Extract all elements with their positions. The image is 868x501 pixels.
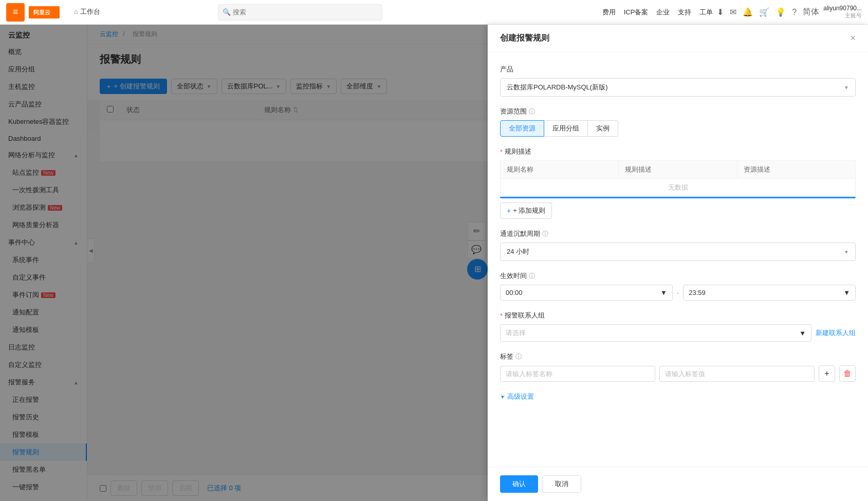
logo[interactable]: 阿里云 xyxy=(29,6,60,18)
contact-group-placeholder: 请选择 xyxy=(506,328,526,338)
tag-plus-icon: + xyxy=(824,369,829,378)
add-rule-button[interactable]: + + 添加规则 xyxy=(500,202,552,219)
resource-scope-tabs: 全部资源 应用分组 实例 xyxy=(500,120,856,137)
rule-table-header-name: 规则名称 xyxy=(501,161,619,179)
svg-text:阿里云: 阿里云 xyxy=(33,9,50,15)
tags-row: + 🗑 xyxy=(500,365,856,382)
confirm-button[interactable]: 确认 xyxy=(500,475,538,493)
form-item-channel-silence: 通道沉默周期 ⓘ 24 小时 ▼ xyxy=(500,229,856,261)
contact-group-dropdown-icon: ▼ xyxy=(799,329,806,337)
drawer-footer: 确认 取消 xyxy=(488,467,868,501)
time-start-dropdown-icon: ▼ xyxy=(660,289,667,296)
nav-icons: ⬇ ✉ 🔔 🛒 💡 ? 简体 xyxy=(717,7,819,17)
resource-tab-app-group[interactable]: 应用分组 xyxy=(544,120,588,137)
contact-group-row: 请选择 ▼ 新建联系人组 xyxy=(500,324,856,342)
top-nav: ≡ 阿里云 ⌂ 工作台 🔍 费用 ICP备案 企业 支持 工单 ⬇ ✉ 🔔 🛒 … xyxy=(0,0,868,25)
search-icon: 🔍 xyxy=(223,8,231,16)
resource-scope-help-icon[interactable]: ⓘ xyxy=(529,107,535,116)
contact-group-select[interactable]: 请选择 ▼ xyxy=(500,324,811,342)
new-contact-group-link[interactable]: 新建联系人组 xyxy=(816,328,856,338)
rule-description-table: 规则名称 规则描述 资源描述 无数据 xyxy=(500,160,856,197)
rule-table-empty-row: 无数据 xyxy=(501,179,856,197)
product-dropdown-icon: ▼ xyxy=(844,85,849,90)
product-label: 产品 xyxy=(500,65,856,74)
nav-support[interactable]: 支持 xyxy=(678,8,691,17)
nav-icp[interactable]: ICP备案 xyxy=(624,8,649,17)
bulb-icon[interactable]: 💡 xyxy=(775,7,786,17)
rule-table-header-desc: 规则描述 xyxy=(619,161,737,179)
create-alarm-rule-drawer: 创建报警规则 × 产品 云数据库POLARDB-MySQL(新版) ▼ 资源范围… xyxy=(488,25,868,501)
workbench-label: 工作台 xyxy=(80,7,100,16)
form-item-alarm-contact-group: * 报警联系人组 请选择 ▼ 新建联系人组 xyxy=(500,311,856,342)
tag-value-input[interactable] xyxy=(659,366,815,382)
search-bar: 🔍 xyxy=(218,4,382,21)
time-range-dash: - xyxy=(677,289,679,296)
channel-silence-help-icon[interactable]: ⓘ xyxy=(542,230,548,238)
tag-trash-icon: 🗑 xyxy=(843,369,852,378)
add-rule-plus-icon: + xyxy=(507,207,511,215)
home-icon: ⌂ xyxy=(74,8,78,15)
effective-time-help-icon[interactable]: ⓘ xyxy=(529,272,535,281)
lang-icon[interactable]: 简体 xyxy=(803,7,819,17)
bell-icon[interactable]: 🔔 xyxy=(743,7,753,17)
search-input[interactable] xyxy=(233,8,378,16)
help-icon[interactable]: ? xyxy=(792,8,797,17)
form-item-resource-scope: 资源范围 ⓘ 全部资源 应用分组 实例 xyxy=(500,107,856,137)
advanced-settings-toggle[interactable]: ▼ 高级设置 xyxy=(500,392,856,401)
resource-scope-label: 资源范围 ⓘ xyxy=(500,107,856,116)
drawer-header: 创建报警规则 × xyxy=(488,25,868,52)
nav-ticket[interactable]: 工单 xyxy=(699,8,713,17)
time-start-picker[interactable]: 00:00 ▼ xyxy=(500,285,673,301)
time-range: 00:00 ▼ - 23:59 ▼ xyxy=(500,285,856,301)
form-item-product: 产品 云数据库POLARDB-MySQL(新版) ▼ xyxy=(500,65,856,97)
tag-add-button[interactable]: + xyxy=(819,365,835,382)
tags-help-icon[interactable]: ⓘ xyxy=(515,352,522,361)
rule-table-header-resource: 资源描述 xyxy=(737,161,855,179)
form-item-rule-desc: * 规则描述 规则名称 规则描述 资源描述 xyxy=(500,147,856,219)
rule-desc-label: * 规则描述 xyxy=(500,147,856,156)
drawer-title: 创建报警规则 xyxy=(500,33,549,44)
channel-silence-select[interactable]: 24 小时 ▼ xyxy=(500,243,856,261)
alarm-contact-group-label: * 报警联系人组 xyxy=(500,311,856,320)
form-item-effective-time: 生效时间 ⓘ 00:00 ▼ - 23:59 ▼ xyxy=(500,271,856,301)
product-select[interactable]: 云数据库POLARDB-MySQL(新版) ▼ xyxy=(500,78,856,97)
resource-tab-all[interactable]: 全部资源 xyxy=(500,120,544,137)
menu-icon: ≡ xyxy=(13,7,19,17)
tags-label: 标签 ⓘ xyxy=(500,352,856,361)
tag-delete-button[interactable]: 🗑 xyxy=(839,365,856,382)
rule-progress-bar xyxy=(500,197,856,198)
nav-enterprise[interactable]: 企业 xyxy=(656,8,670,17)
logo-image: 阿里云 xyxy=(29,6,60,18)
message-icon[interactable]: ✉ xyxy=(730,7,736,17)
cart-icon[interactable]: 🛒 xyxy=(759,7,769,17)
nav-actions: 费用 ICP备案 企业 支持 工单 xyxy=(602,8,713,17)
form-item-tags: 标签 ⓘ + 🗑 xyxy=(500,352,856,382)
workbench-nav-item[interactable]: ⌂ 工作台 xyxy=(68,0,106,25)
rule-no-data: 无数据 xyxy=(501,179,856,197)
advanced-settings: ▼ 高级设置 xyxy=(500,392,856,401)
effective-time-label: 生效时间 ⓘ xyxy=(500,271,856,281)
resource-tab-instance[interactable]: 实例 xyxy=(588,120,618,137)
time-end-dropdown-icon: ▼ xyxy=(843,289,850,296)
tag-key-input[interactable] xyxy=(500,366,655,382)
username-label: aliyun90790... xyxy=(823,5,862,12)
download-icon[interactable]: ⬇ xyxy=(717,7,724,17)
drawer-close-button[interactable]: × xyxy=(850,33,856,44)
channel-silence-label: 通道沉默周期 ⓘ xyxy=(500,229,856,238)
user-profile[interactable]: aliyun90790... 主账号 xyxy=(823,5,862,20)
chevron-down-icon-advanced: ▼ xyxy=(500,394,505,400)
menu-button[interactable]: ≡ xyxy=(6,3,25,22)
channel-silence-dropdown-icon: ▼ xyxy=(844,249,849,255)
drawer-body: 产品 云数据库POLARDB-MySQL(新版) ▼ 资源范围 ⓘ 全部资源 应… xyxy=(488,52,868,467)
nav-fees[interactable]: 费用 xyxy=(602,8,616,17)
cancel-button[interactable]: 取消 xyxy=(542,475,581,493)
time-end-picker[interactable]: 23:59 ▼ xyxy=(683,285,856,301)
account-type-label: 主账号 xyxy=(845,12,862,20)
